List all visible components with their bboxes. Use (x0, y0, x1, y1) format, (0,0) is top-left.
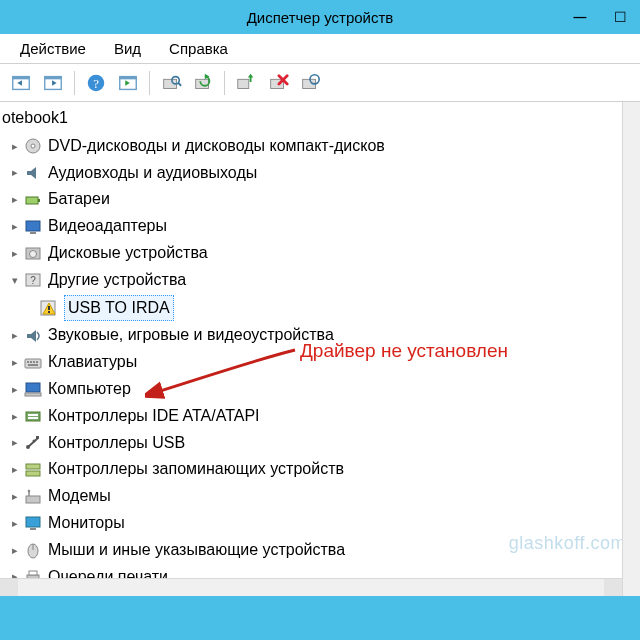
window-border-bottom (0, 596, 640, 640)
svg-point-42 (33, 439, 36, 442)
svg-rect-12 (238, 79, 249, 88)
svg-point-18 (31, 144, 35, 148)
svg-rect-49 (30, 528, 36, 530)
svg-rect-53 (29, 571, 37, 575)
expand-closed-icon[interactable]: ▸ (8, 516, 22, 530)
tree-node-label: Мыши и иные указывающие устройства (48, 538, 345, 563)
expand-closed-icon[interactable]: ▸ (8, 329, 22, 343)
tree-node[interactable]: ▸Аудиовходы и аудиовыходы (0, 160, 640, 187)
svg-rect-32 (30, 361, 32, 363)
tree-node-label: Модемы (48, 484, 111, 509)
usb-icon (24, 434, 42, 452)
expand-closed-icon[interactable]: ▸ (8, 356, 22, 370)
tree-node[interactable]: ▸Видеоадаптеры (0, 213, 640, 240)
expand-closed-icon[interactable]: ▸ (8, 409, 22, 423)
expand-closed-icon[interactable]: ▸ (8, 436, 22, 450)
tree-node[interactable]: ▸Батареи (0, 186, 640, 213)
svg-rect-38 (26, 412, 40, 421)
tree-node[interactable]: ▸Контроллеры IDE ATA/ATAPI (0, 403, 640, 430)
horizontal-scrollbar[interactable] (0, 578, 622, 596)
tree-child-node[interactable]: USB TO IRDA (0, 294, 640, 323)
expand-closed-icon[interactable]: ▸ (8, 220, 22, 234)
battery-icon (24, 191, 42, 209)
expand-closed-icon[interactable]: ▸ (8, 490, 22, 504)
tree-node[interactable]: ▸Модемы (0, 483, 640, 510)
expand-closed-icon[interactable]: ▸ (8, 246, 22, 260)
update-driver-button[interactable] (188, 68, 218, 98)
monitor-icon (24, 514, 42, 532)
svg-rect-22 (30, 232, 36, 234)
show-hidden-button[interactable] (113, 68, 143, 98)
expand-closed-icon[interactable]: ▸ (8, 382, 22, 396)
tree-node[interactable]: ▸Дисковые устройства (0, 240, 640, 267)
content-area: otebook1 ▸DVD-дисководы и дисководы комп… (0, 102, 640, 640)
help-button[interactable]: ? (81, 68, 111, 98)
tree-node[interactable]: ▸Контроллеры запоминающих устройств (0, 456, 640, 483)
audio-icon (24, 164, 42, 182)
expand-closed-icon[interactable]: ▸ (8, 139, 22, 153)
vertical-scrollbar[interactable] (622, 102, 640, 596)
svg-rect-13 (250, 76, 252, 82)
tree-node[interactable]: ▸DVD-дисководы и дисководы компакт-диско… (0, 133, 640, 160)
audio2-icon (24, 327, 42, 345)
svg-rect-43 (36, 436, 39, 439)
tree-node-label: Компьютер (48, 377, 131, 402)
svg-rect-30 (25, 359, 41, 368)
expand-open-icon[interactable]: ▾ (8, 273, 22, 287)
expand-closed-icon[interactable]: ▸ (8, 463, 22, 477)
svg-rect-19 (26, 197, 38, 204)
svg-rect-29 (48, 311, 50, 313)
mouse-icon (24, 541, 42, 559)
tree-node-label: Контроллеры USB (48, 431, 185, 456)
help-icon: ? (85, 72, 107, 94)
console-forward-button[interactable] (38, 68, 68, 98)
disk-icon (24, 244, 42, 262)
update-icon (192, 72, 214, 94)
titlebar[interactable]: Диспетчер устройств ─ ☐ (0, 0, 640, 34)
tree-node[interactable]: ▸Контроллеры USB (0, 430, 640, 457)
svg-rect-35 (28, 364, 38, 366)
expand-closed-icon[interactable]: ▸ (8, 166, 22, 180)
svg-text:?: ? (30, 275, 36, 286)
watermark: glashkoff.com (509, 533, 626, 554)
console-back-button[interactable] (6, 68, 36, 98)
menubar: Действие Вид Справка (0, 34, 640, 64)
tree-node-label: Мониторы (48, 511, 125, 536)
tree-node-label: DVD-дисководы и дисководы компакт-дисков (48, 134, 385, 159)
tree-node-label: Контроллеры запоминающих устройств (48, 457, 344, 482)
menu-view[interactable]: Вид (100, 36, 155, 61)
svg-rect-20 (38, 199, 40, 202)
svg-rect-33 (33, 361, 35, 363)
svg-rect-7 (120, 76, 137, 79)
tree-node-label: Батареи (48, 187, 110, 212)
svg-rect-36 (26, 383, 40, 392)
scan-hardware-button[interactable] (156, 68, 186, 98)
menu-action[interactable]: Действие (6, 36, 100, 61)
unknown-icon: ? (24, 271, 42, 289)
scan-icon (160, 72, 182, 94)
expand-closed-icon[interactable]: ▸ (8, 543, 22, 557)
svg-rect-37 (25, 393, 41, 396)
display-icon (24, 218, 42, 236)
window-title: Диспетчер устройств (0, 9, 640, 26)
tree-root[interactable]: otebook1 (0, 106, 640, 131)
device-manager-window: Диспетчер устройств ─ ☐ Действие Вид Спр… (0, 0, 640, 640)
toolbar-separator (149, 71, 150, 95)
svg-rect-46 (26, 496, 40, 503)
tree-node-label: Видеоадаптеры (48, 214, 167, 239)
svg-rect-1 (13, 76, 30, 79)
tree-node-label: Аудиовходы и аудиовыходы (48, 161, 257, 186)
uninstall-button[interactable] (231, 68, 261, 98)
tree-node[interactable]: ▸Компьютер (0, 376, 640, 403)
svg-line-10 (178, 83, 181, 86)
tree-node-label: Звуковые, игровые и видеоустройства (48, 323, 334, 348)
tree-node[interactable]: ▾?Другие устройства (0, 267, 640, 294)
menu-help[interactable]: Справка (155, 36, 242, 61)
expand-closed-icon[interactable]: ▸ (8, 193, 22, 207)
disable-button[interactable] (263, 68, 293, 98)
svg-rect-21 (26, 221, 40, 231)
properties-button[interactable] (295, 68, 325, 98)
svg-rect-44 (26, 464, 40, 469)
svg-point-24 (30, 251, 37, 258)
tree-node-label: Другие устройства (48, 268, 186, 293)
